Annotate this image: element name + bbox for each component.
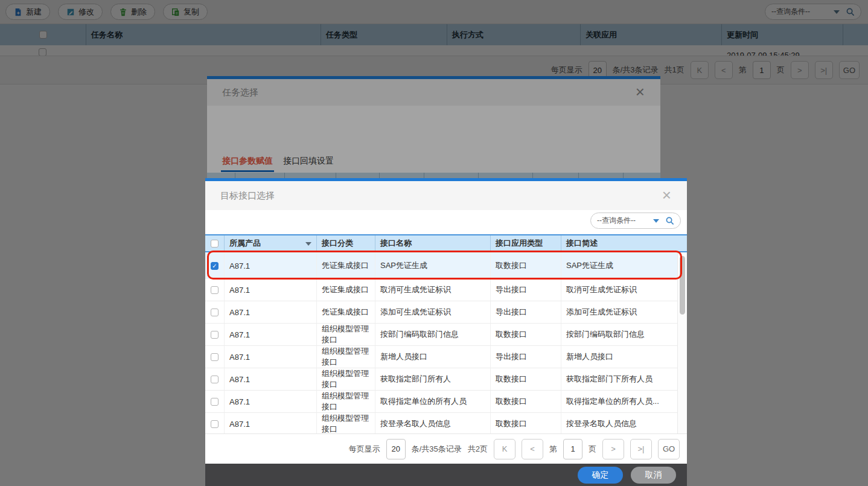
cell-category: 组织模型管理接口	[317, 368, 375, 390]
records-count: 条/共35条记录	[412, 444, 462, 455]
go-button[interactable]: GO	[658, 439, 680, 459]
cell-app-type: 导出接口	[491, 279, 561, 301]
scrollbar-track[interactable]	[677, 252, 687, 433]
table-row[interactable]: A87.1 组织模型管理接口 新增人员接口 导出接口 新增人员接口	[205, 346, 677, 368]
row-checkbox-cell	[205, 413, 225, 435]
column-description: 接口简述	[561, 235, 677, 251]
confirm-button[interactable]: 确定	[578, 467, 623, 484]
cell-app-type: 取数接口	[491, 368, 561, 390]
cell-product: A87.1	[225, 391, 317, 412]
cell-category: 组织模型管理接口	[317, 324, 375, 345]
row-checkbox[interactable]	[211, 286, 219, 294]
cell-name: 获取指定部门所有人	[375, 368, 491, 390]
page-suffix: 页	[589, 444, 596, 455]
cell-category: 凭证集成接口	[317, 252, 375, 279]
column-product[interactable]: 所属产品	[225, 235, 317, 251]
query-condition-label: --查询条件--	[597, 216, 636, 226]
column-app-type: 接口应用类型	[491, 235, 561, 251]
column-name: 接口名称	[375, 235, 491, 251]
cell-category: 组织模型管理接口	[317, 413, 375, 435]
cell-description: 按登录名取人员信息	[561, 413, 677, 435]
row-checkbox[interactable]	[211, 353, 219, 361]
cancel-button[interactable]: 取消	[631, 467, 676, 484]
row-checkbox[interactable]: ✓	[211, 262, 219, 270]
table-row[interactable]: A87.1 组织模型管理接口 按登录名取人员信息 取数接口 按登录名取人员信息	[205, 413, 677, 435]
cell-name: 添加可生成凭证标识	[375, 301, 491, 323]
per-page-input[interactable]	[386, 439, 406, 459]
row-checkbox[interactable]	[211, 331, 219, 339]
chevron-down-icon	[653, 219, 659, 223]
page-prefix: 第	[549, 444, 557, 455]
cell-name: 取得指定单位的所有人员	[375, 391, 491, 412]
close-icon[interactable]: ×	[662, 185, 671, 205]
interface-table-body: ✓ A87.1 凭证集成接口 SAP凭证生成 取数接口 SAP凭证生成 A87.…	[205, 252, 677, 435]
interface-table-header: 所属产品 接口分类 接口名称 接口应用类型 接口简述	[205, 234, 687, 252]
cell-product: A87.1	[225, 413, 317, 435]
cell-app-type: 取数接口	[491, 413, 561, 435]
cell-category: 组织模型管理接口	[317, 391, 375, 412]
row-checkbox-cell	[205, 324, 225, 345]
cell-product: A87.1	[225, 252, 317, 279]
table-row[interactable]: A87.1 组织模型管理接口 取得指定单位的所有人员 取数接口 取得指定单位的所…	[205, 391, 677, 413]
dialog-header: 目标接口选择 ×	[205, 181, 687, 210]
cell-product: A87.1	[225, 279, 317, 301]
column-label: 所属产品	[229, 238, 261, 249]
cell-app-type: 取数接口	[491, 324, 561, 345]
cell-description: 取消可生成凭证标识	[561, 279, 677, 301]
select-all-checkbox[interactable]	[211, 240, 219, 248]
first-page-button[interactable]: K	[494, 439, 515, 459]
table-row[interactable]: A87.1 凭证集成接口 添加可生成凭证标识 导出接口 添加可生成凭证标识	[205, 301, 677, 324]
scrollbar-thumb[interactable]	[680, 256, 685, 315]
row-checkbox-cell: ✓	[205, 252, 225, 279]
sort-down-icon[interactable]	[305, 242, 311, 246]
row-checkbox-cell	[205, 368, 225, 390]
screen: 新建 修改 删除 复制 --查询条件-- 任务名称 任务类型	[0, 0, 868, 486]
cell-product: A87.1	[225, 324, 317, 345]
cell-category: 凭证集成接口	[317, 301, 375, 323]
cell-name: 按登录名取人员信息	[375, 413, 491, 435]
prev-page-button[interactable]: <	[522, 439, 543, 459]
cell-app-type: 取数接口	[491, 252, 561, 279]
search-icon[interactable]	[665, 216, 674, 225]
next-page-button[interactable]: >	[602, 439, 624, 459]
cell-app-type: 导出接口	[491, 301, 561, 323]
interface-selection-dialog: 目标接口选择 × --查询条件-- 所属产品 接口分类 接口名称 接口应用类型 …	[205, 178, 687, 486]
table-row[interactable]: A87.1 组织模型管理接口 按部门编码取部门信息 取数接口 按部门编码取部门信…	[205, 324, 677, 346]
row-checkbox[interactable]	[211, 398, 219, 406]
cell-product: A87.1	[225, 346, 317, 368]
cell-name: 取消可生成凭证标识	[375, 279, 491, 301]
cell-description: SAP凭证生成	[561, 252, 677, 279]
per-page-label: 每页显示	[349, 444, 380, 455]
cell-name: 新增人员接口	[375, 346, 491, 368]
last-page-button[interactable]: >|	[630, 439, 652, 459]
query-condition-dropdown[interactable]: --查询条件--	[590, 213, 681, 229]
row-checkbox[interactable]	[211, 420, 219, 428]
row-checkbox[interactable]	[211, 309, 219, 316]
table-row[interactable]: A87.1 组织模型管理接口 获取指定部门所有人 取数接口 获取指定部门下所有人…	[205, 368, 677, 391]
column-category: 接口分类	[317, 235, 375, 251]
dialog-title: 目标接口选择	[220, 190, 275, 202]
cell-name: SAP凭证生成	[375, 252, 491, 279]
cell-description: 新增人员接口	[561, 346, 677, 368]
table-row[interactable]: A87.1 凭证集成接口 取消可生成凭证标识 导出接口 取消可生成凭证标识	[205, 279, 677, 301]
page-number-input[interactable]	[563, 439, 582, 459]
select-all-cell	[205, 235, 225, 251]
cell-app-type: 导出接口	[491, 346, 561, 368]
cell-description: 取得指定单位的所有人员...	[561, 391, 677, 412]
column-scroll-gap	[677, 235, 687, 251]
cell-name: 按部门编码取部门信息	[375, 324, 491, 345]
cell-description: 获取指定部门下所有人员	[561, 368, 677, 390]
cell-product: A87.1	[225, 301, 317, 323]
row-checkbox-cell	[205, 279, 225, 301]
cell-category: 组织模型管理接口	[317, 346, 375, 368]
row-checkbox-cell	[205, 346, 225, 368]
cell-description: 添加可生成凭证标识	[561, 301, 677, 323]
row-checkbox[interactable]	[211, 376, 219, 383]
cell-product: A87.1	[225, 368, 317, 390]
row-checkbox-cell	[205, 391, 225, 412]
table-row[interactable]: ✓ A87.1 凭证集成接口 SAP凭证生成 取数接口 SAP凭证生成	[205, 252, 677, 279]
cell-description: 按部门编码取部门信息	[561, 324, 677, 345]
cell-category: 凭证集成接口	[317, 279, 375, 301]
cell-app-type: 取数接口	[491, 391, 561, 412]
total-pages: 共2页	[468, 444, 488, 455]
